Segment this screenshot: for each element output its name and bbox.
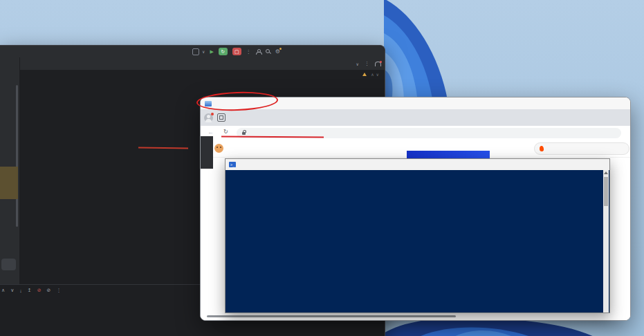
powershell-icon: >_ [229, 162, 236, 167]
up-chevron-icon[interactable]: ∧ [1, 288, 5, 293]
ide-run-widget: ∨ ▶ ↻ ▢ ⋮ ⚙ [192, 46, 280, 57]
page-dark-element [201, 136, 213, 169]
more-icon[interactable]: ⋮ [246, 49, 251, 55]
inspections-widget[interactable]: ∧ ∨ [362, 72, 379, 77]
powershell-scrollbar[interactable] [603, 170, 609, 312]
more-icon[interactable]: ⋮ [365, 61, 369, 66]
ide-titlebar: ∨ ▶ ↻ ▢ ⋮ ⚙ [0, 46, 385, 57]
chevron-down-icon[interactable]: ∨ [356, 62, 359, 66]
search-icon[interactable] [266, 49, 270, 54]
prev-error-icon[interactable]: ∧ [371, 72, 374, 77]
rdp-hscrollbar[interactable] [207, 315, 456, 317]
project-panel-button[interactable] [1, 259, 16, 270]
page-red-link[interactable] [504, 152, 611, 158]
scrollbar-thumb[interactable] [604, 177, 608, 206]
ide-tab-bar [19, 57, 385, 71]
profile-avatar[interactable] [204, 113, 213, 122]
ide-tabbar-actions: ∨ ⋮ [356, 58, 381, 69]
notifications-bell-icon[interactable] [375, 62, 381, 66]
stop-button[interactable]: ▢ [232, 48, 241, 55]
lock-icon [242, 132, 246, 135]
up-arrow-icon[interactable]: ↥ [28, 288, 32, 293]
powershell-window: >_ [225, 158, 610, 313]
chevron-down-icon: ∨ [202, 49, 205, 54]
remote-desktop-icon [205, 101, 212, 106]
back-icon[interactable]: ← [208, 129, 214, 136]
project-icon [192, 48, 199, 55]
run-config-selector[interactable]: ∨ [192, 48, 205, 55]
address-bar[interactable] [237, 128, 621, 138]
browser-tabs [230, 109, 630, 126]
flame-icon [540, 146, 544, 152]
next-error-icon[interactable]: ∨ [376, 72, 379, 77]
reload-icon[interactable]: ↻ [223, 129, 228, 135]
stop-process-icon[interactable]: ⊘ [37, 288, 42, 293]
gear-icon[interactable]: ⚙ [275, 48, 280, 55]
desktop: ∨ ▶ ↻ ▢ ⋮ ⚙ ∨ ⋮ [0, 0, 644, 336]
csdn-logo-icon[interactable] [214, 144, 223, 153]
add-user-icon[interactable] [256, 49, 261, 54]
browser-tabstrip [201, 109, 630, 126]
clear-icon[interactable]: ⊘ [47, 288, 51, 293]
wallpaper-bloom-top [374, 0, 453, 104]
warning-icon [362, 73, 367, 76]
rdp-titlebar[interactable] [201, 97, 631, 109]
powershell-output[interactable] [226, 170, 609, 313]
project-scrollbar[interactable] [16, 85, 18, 227]
scroll-up-icon[interactable] [604, 171, 608, 174]
run-toolbar: ∧ ∨ ↓ ↥ ⊘ ⊘ ⋮ [1, 288, 61, 293]
run-button[interactable]: ▶ [210, 49, 213, 55]
project-selected-item[interactable] [0, 167, 18, 199]
down-arrow-icon[interactable]: ↓ [19, 288, 22, 293]
powershell-titlebar[interactable]: >_ [226, 159, 609, 170]
tab-grid-icon[interactable] [217, 113, 226, 122]
browser-toolbar: ← ↻ [201, 126, 630, 141]
down-chevron-icon[interactable]: ∨ [10, 288, 14, 293]
more-icon[interactable]: ⋮ [56, 288, 61, 293]
rerun-button[interactable]: ↻ [219, 48, 228, 55]
